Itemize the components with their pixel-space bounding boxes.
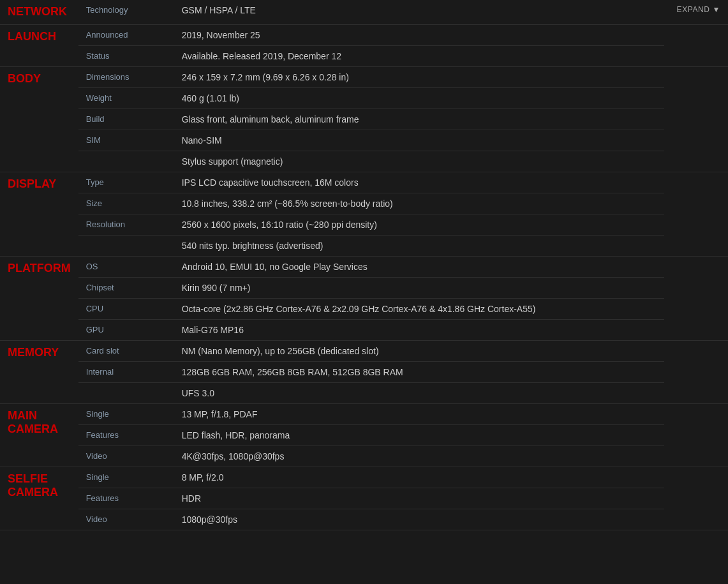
section-label-display: DISPLAY: [8, 177, 56, 190]
row-body-0: BODYDimensions246 x 159 x 7.2 mm (9.69 x…: [0, 66, 728, 87]
row-body-4: Stylus support (magnetic): [0, 151, 728, 172]
value-selfie-camera-1: HDR: [174, 488, 664, 509]
row-platform-2: CPUOcta-core (2x2.86 GHz Cortex-A76 & 2x…: [0, 298, 728, 319]
expand-empty-platform: [664, 256, 728, 340]
prop-platform-1: Chipset: [78, 277, 174, 298]
prop-body-0: Dimensions: [78, 66, 174, 87]
prop-launch-0: Announced: [78, 24, 174, 45]
section-network: NETWORK: [0, 0, 78, 24]
prop-body-2: Build: [78, 109, 174, 130]
row-main-camera-0: MAIN CAMERASingle13 MP, f/1.8, PDAF: [0, 403, 728, 424]
row-display-1: Size10.8 inches, 338.2 cm² (~86.5% scree…: [0, 193, 728, 214]
row-network-0: NETWORKTechnologyGSM / HSPA / LTEEXPAND …: [0, 0, 728, 24]
prop-platform-3: GPU: [78, 319, 174, 340]
value-platform-3: Mali-G76 MP16: [174, 319, 664, 340]
section-label-main-camera: MAIN CAMERA: [8, 409, 58, 436]
value-main-camera-1: LED flash, HDR, panorama: [174, 424, 664, 445]
prop-platform-2: CPU: [78, 298, 174, 319]
value-display-2: 2560 x 1600 pixels, 16:10 ratio (~280 pp…: [174, 214, 664, 235]
value-main-camera-2: 4K@30fps, 1080p@30fps: [174, 445, 664, 467]
row-body-2: BuildGlass front, aluminum back, aluminu…: [0, 109, 728, 130]
prop-selfie-camera-0: Single: [78, 467, 174, 488]
value-display-0: IPS LCD capacitive touchscreen, 16M colo…: [174, 172, 664, 193]
section-label-body: BODY: [8, 72, 41, 85]
prop-body-3: SIM: [78, 130, 174, 151]
expand-empty-selfie-camera: [664, 467, 728, 530]
row-memory-0: MEMORYCard slotNM (Nano Memory), up to 2…: [0, 340, 728, 361]
value-platform-0: Android 10, EMUI 10, no Google Play Serv…: [174, 256, 664, 277]
prop-selfie-camera-2: Video: [78, 509, 174, 530]
prop-memory-2: [78, 382, 174, 403]
row-platform-0: PLATFORMOSAndroid 10, EMUI 10, no Google…: [0, 256, 728, 277]
section-label-memory: MEMORY: [8, 346, 59, 359]
section-label-selfie-camera: SELFIE CAMERA: [8, 472, 58, 499]
section-selfie-camera: SELFIE CAMERA: [0, 467, 78, 530]
value-display-3: 540 nits typ. brightness (advertised): [174, 235, 664, 256]
row-main-camera-2: Video4K@30fps, 1080p@30fps: [0, 445, 728, 467]
expand-empty-launch: [664, 24, 728, 66]
expand-network[interactable]: EXPAND ▼: [664, 0, 728, 24]
value-memory-0: NM (Nano Memory), up to 256GB (dedicated…: [174, 340, 664, 361]
expand-empty-body: [664, 66, 728, 172]
prop-display-1: Size: [78, 193, 174, 214]
value-memory-1: 128GB 6GB RAM, 256GB 8GB RAM, 512GB 8GB …: [174, 361, 664, 382]
row-display-0: DISPLAYTypeIPS LCD capacitive touchscree…: [0, 172, 728, 193]
section-label-network: NETWORK: [8, 5, 67, 18]
value-body-1: 460 g (1.01 lb): [174, 87, 664, 109]
value-memory-2: UFS 3.0: [174, 382, 664, 403]
value-network-0: GSM / HSPA / LTE: [174, 0, 664, 24]
value-body-3: Nano-SIM: [174, 130, 664, 151]
section-label-platform: PLATFORM: [8, 262, 71, 274]
prop-memory-0: Card slot: [78, 340, 174, 361]
spec-table: NETWORKTechnologyGSM / HSPA / LTEEXPAND …: [0, 0, 728, 530]
section-label-launch: LAUNCH: [8, 30, 56, 43]
value-platform-1: Kirin 990 (7 nm+): [174, 277, 664, 298]
prop-memory-1: Internal: [78, 361, 174, 382]
value-selfie-camera-0: 8 MP, f/2.0: [174, 467, 664, 488]
prop-main-camera-1: Features: [78, 424, 174, 445]
row-selfie-camera-0: SELFIE CAMERASingle8 MP, f/2.0: [0, 467, 728, 488]
row-launch-0: LAUNCHAnnounced2019, November 25: [0, 24, 728, 45]
prop-launch-1: Status: [78, 45, 174, 66]
section-display: DISPLAY: [0, 172, 78, 256]
value-body-4: Stylus support (magnetic): [174, 151, 664, 172]
row-display-3: 540 nits typ. brightness (advertised): [0, 235, 728, 256]
row-body-1: Weight460 g (1.01 lb): [0, 87, 728, 109]
row-selfie-camera-1: FeaturesHDR: [0, 488, 728, 509]
row-memory-2: UFS 3.0: [0, 382, 728, 403]
row-body-3: SIMNano-SIM: [0, 130, 728, 151]
prop-display-2: Resolution: [78, 214, 174, 235]
value-body-2: Glass front, aluminum back, aluminum fra…: [174, 109, 664, 130]
row-launch-1: StatusAvailable. Released 2019, December…: [0, 45, 728, 66]
row-memory-1: Internal128GB 6GB RAM, 256GB 8GB RAM, 51…: [0, 361, 728, 382]
prop-body-4: [78, 151, 174, 172]
value-display-1: 10.8 inches, 338.2 cm² (~86.5% screen-to…: [174, 193, 664, 214]
section-body: BODY: [0, 66, 78, 172]
section-memory: MEMORY: [0, 340, 78, 403]
prop-body-1: Weight: [78, 87, 174, 109]
expand-button[interactable]: EXPAND ▼: [677, 5, 720, 14]
value-main-camera-0: 13 MP, f/1.8, PDAF: [174, 403, 664, 424]
row-main-camera-1: FeaturesLED flash, HDR, panorama: [0, 424, 728, 445]
prop-network-0: Technology: [78, 0, 174, 24]
expand-empty-display: [664, 172, 728, 256]
prop-main-camera-0: Single: [78, 403, 174, 424]
row-platform-3: GPUMali-G76 MP16: [0, 319, 728, 340]
value-launch-0: 2019, November 25: [174, 24, 664, 45]
section-launch: LAUNCH: [0, 24, 78, 66]
value-selfie-camera-2: 1080p@30fps: [174, 509, 664, 530]
row-platform-1: ChipsetKirin 990 (7 nm+): [0, 277, 728, 298]
expand-empty-memory: [664, 340, 728, 403]
prop-display-0: Type: [78, 172, 174, 193]
prop-platform-0: OS: [78, 256, 174, 277]
section-main-camera: MAIN CAMERA: [0, 403, 78, 467]
prop-selfie-camera-1: Features: [78, 488, 174, 509]
value-platform-2: Octa-core (2x2.86 GHz Cortex-A76 & 2x2.0…: [174, 298, 664, 319]
section-platform: PLATFORM: [0, 256, 78, 340]
row-display-2: Resolution2560 x 1600 pixels, 16:10 rati…: [0, 214, 728, 235]
prop-main-camera-2: Video: [78, 445, 174, 467]
expand-empty-main-camera: [664, 403, 728, 467]
value-body-0: 246 x 159 x 7.2 mm (9.69 x 6.26 x 0.28 i…: [174, 66, 664, 87]
row-selfie-camera-2: Video1080p@30fps: [0, 509, 728, 530]
prop-display-3: [78, 235, 174, 256]
